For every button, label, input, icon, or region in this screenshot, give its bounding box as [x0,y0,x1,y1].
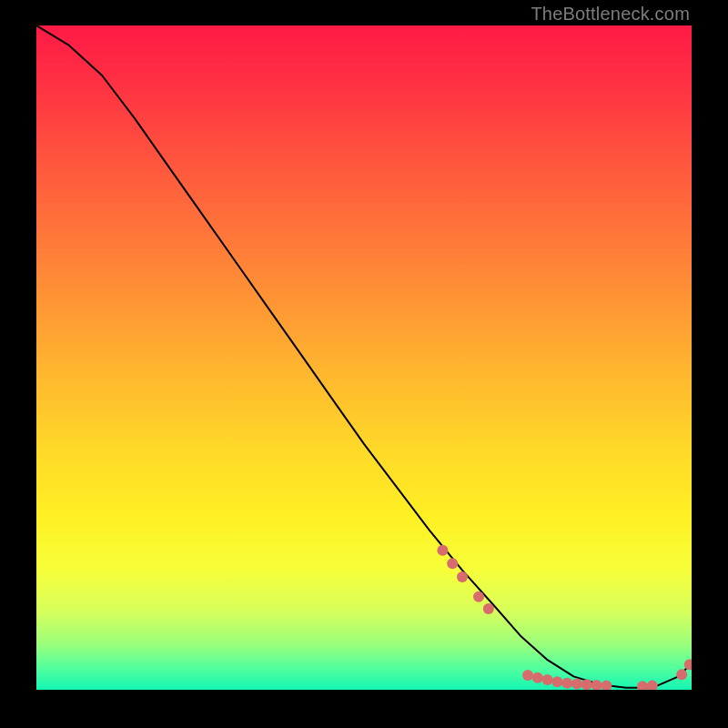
data-marker [592,680,602,690]
data-marker [522,670,533,681]
data-marker [532,672,543,683]
data-marker [437,545,448,556]
data-marker [581,679,592,690]
data-marker [483,603,494,614]
watermark-text: TheBottleneck.com [531,4,690,25]
data-marker [676,669,687,680]
data-marker [447,558,458,569]
data-marker [473,592,484,602]
line-layer [36,25,692,688]
data-marker [601,681,612,690]
chart-stage: TheBottleneck.com [0,0,728,728]
data-marker [457,571,468,582]
chart-svg [36,25,692,690]
curve-path [36,25,692,688]
data-marker [647,681,658,690]
data-marker [551,676,562,687]
data-marker [561,678,572,689]
data-marker [571,678,582,689]
data-marker [542,674,553,685]
plot-area [36,25,692,690]
data-marker [637,681,648,690]
marker-layer [437,545,692,690]
